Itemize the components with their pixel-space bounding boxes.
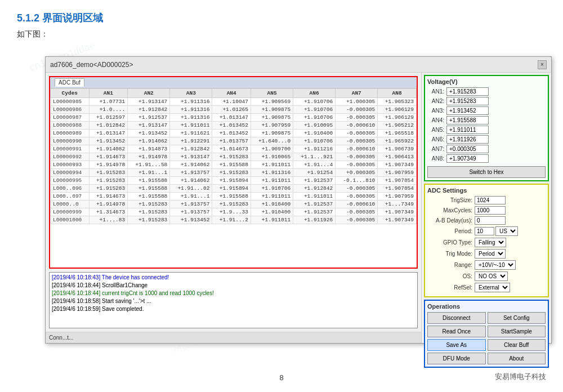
table-cell-r12-c5: +1.911011 <box>251 193 293 201</box>
table-cell-r8-c6: +1.91...4 <box>293 161 336 169</box>
table-cell-r10-c6: +1.912537 <box>293 177 336 185</box>
table-cell-r8-c2: +1.91...58 <box>128 161 170 169</box>
voltage-row-3: AN3: <box>427 106 546 115</box>
period-unit-select[interactable]: US <box>495 226 518 236</box>
setting-select-4[interactable]: Falling <box>475 238 506 247</box>
startsample-button[interactable]: StartSample <box>488 326 546 337</box>
setting-row-3: Period:US <box>427 226 546 236</box>
table-cell-r15-c0: L00001000 <box>51 216 90 224</box>
switch-hex-button[interactable]: Switch to Hex <box>427 166 546 178</box>
table-cell-r0-c6: +1.910706 <box>293 98 336 106</box>
set-config-button[interactable]: Set Config <box>488 312 546 324</box>
setting-label-3: Period: <box>427 228 472 234</box>
read-once-button[interactable]: Read Once <box>427 326 486 337</box>
setting-input-1[interactable] <box>475 206 506 215</box>
voltage-label-6: AN6: <box>427 136 444 142</box>
app-window: ad7606_demo<AD000025> × ADC Buf CydesAN1… <box>45 56 552 344</box>
setting-input-0[interactable] <box>475 196 506 204</box>
table-cell-r10-c5: +1.911011 <box>251 177 293 185</box>
table-cell-r14-c5: +1.910400 <box>251 208 293 216</box>
setting-select-7[interactable]: NO OS <box>475 271 508 281</box>
table-cell-r1-c3: +1.911316 <box>170 106 212 114</box>
table-cell-r13-c2: +1.915283 <box>128 201 170 208</box>
table-cell-r2-c8: +1.906129 <box>378 114 417 122</box>
voltage-input-6[interactable] <box>446 135 489 144</box>
setting-select-6[interactable]: +10V/~-10 <box>475 260 516 270</box>
disconnect-button[interactable]: Disconnect <box>427 312 486 324</box>
voltage-input-1[interactable] <box>446 87 489 96</box>
setting-label-7: OS: <box>427 273 472 279</box>
table-cell-r6-c8: +1.906739 <box>378 145 417 153</box>
data-table-container[interactable]: CydesAN1AN2AN3AN4AN5AN6AN7AN8 L00000985+… <box>50 88 417 265</box>
voltage-input-7[interactable] <box>446 145 489 153</box>
table-cell-r9-c8: +1.907959 <box>378 169 417 177</box>
log-section: [2019/4/6 10:18:43] The device has conne… <box>49 272 418 328</box>
voltage-input-4[interactable] <box>446 116 489 124</box>
setting-select-5[interactable]: Period <box>475 249 506 259</box>
table-cell-r3-c2: +1.913147 <box>128 122 170 130</box>
table-cell-r14-c0: L00000999 <box>51 208 90 216</box>
table-cell-r14-c2: +1.915283 <box>128 208 170 216</box>
setting-label-2: A-B Delay(us): <box>427 217 472 224</box>
setting-input-2[interactable] <box>475 216 506 225</box>
table-cell-r11-c8: +1.907854 <box>378 185 417 193</box>
about-button[interactable]: About <box>488 353 546 364</box>
table-cell-r12-c1: +1.914673 <box>89 193 128 201</box>
table-cell-r1-c6: +1.910706 <box>293 106 336 114</box>
setting-select-8[interactable]: External <box>475 283 510 292</box>
period-input[interactable] <box>475 227 494 235</box>
settings-rows: TrigSize:MaxCycles:A-B Delay(us):Period:… <box>427 196 546 292</box>
log-content[interactable]: [2019/4/6 10:18:43] The device has conne… <box>50 273 417 328</box>
adc-tab-item[interactable]: ADC Buf <box>55 78 84 87</box>
table-cell-r12-c4: +1.915588 <box>212 193 251 201</box>
voltage-label-7: AN7: <box>427 146 444 152</box>
voltage-input-3[interactable] <box>446 106 489 115</box>
table-cell-r7-c8: +1.906413 <box>378 153 417 161</box>
table-cell-r0-c8: +1.905323 <box>378 98 417 106</box>
voltage-input-2[interactable] <box>446 97 489 105</box>
voltage-row-1: AN1: <box>427 87 546 96</box>
table-row: L0000..0+1.914978+1.915283+1.913757+1.91… <box>51 201 417 208</box>
table-cell-r11-c7: -0.000305 <box>336 185 378 193</box>
table-cell-r5-c5: +1.640...0 <box>251 137 293 145</box>
table-col-an2: AN2 <box>128 89 170 98</box>
data-table: CydesAN1AN2AN3AN4AN5AN6AN7AN8 L00000985+… <box>50 88 417 224</box>
table-cell-r7-c0: L00000992 <box>51 153 90 161</box>
table-cell-r4-c4: +1.013452 <box>212 130 251 137</box>
setting-label-6: Range: <box>427 262 472 268</box>
table-cell-r5-c2: +1.914062 <box>128 137 170 145</box>
table-cell-r14-c6: +1.912537 <box>293 208 336 216</box>
table-cell-r7-c3: +1.913147 <box>170 153 212 161</box>
close-button[interactable]: × <box>538 60 547 69</box>
setting-label-1: MaxCycles: <box>427 207 472 213</box>
table-cell-r6-c1: +1.914082 <box>89 145 128 153</box>
table-cell-r6-c0: L00000991 <box>51 145 90 153</box>
table-cell-r3-c3: +1.911011 <box>170 122 212 130</box>
voltage-input-5[interactable] <box>446 126 489 134</box>
clear-buff-button[interactable]: Clear Buff <box>488 339 546 351</box>
setting-row-1: MaxCycles: <box>427 206 546 215</box>
table-cell-r12-c2: +1.915588 <box>128 193 170 201</box>
voltage-section: Voltage(V) AN1:AN2:AN3:AN4:AN5:AN6:AN7:A… <box>424 75 549 181</box>
table-cell-r11-c6: +1.912842 <box>293 185 336 193</box>
table-cell-r11-c3: +1.91...02 <box>170 185 212 193</box>
table-row: L00000991+1.914082+1.914873+1.912842+1.0… <box>51 145 417 153</box>
table-col-an1: AN1 <box>89 89 128 98</box>
table-row: L00000989+1.013147+1.913452+1.911621+1.0… <box>51 130 417 137</box>
save-as-button[interactable]: Save As <box>427 339 486 351</box>
table-cell-r6-c3: +1.912842 <box>170 145 212 153</box>
table-cell-r9-c0: L00000994 <box>51 169 90 177</box>
table-header-row: CydesAN1AN2AN3AN4AN5AN6AN7AN8 <box>51 89 417 98</box>
table-cell-r2-c4: +1.013147 <box>212 114 251 122</box>
table-col-an8: AN8 <box>378 89 417 98</box>
voltage-input-8[interactable] <box>446 154 489 163</box>
dfu-mode-button[interactable]: DFU Mode <box>427 353 486 364</box>
setting-label-8: RefSel: <box>427 284 472 291</box>
table-row: L00001000+1....83+1.915283+1.913452+1.91… <box>51 216 417 224</box>
table-body: L00000985+1.07731+1.913147+1.911316+1.10… <box>51 98 417 224</box>
table-cell-r13-c7: -0.000610 <box>336 201 378 208</box>
voltage-row-5: AN5: <box>427 126 546 134</box>
table-col-an6: AN6 <box>293 89 336 98</box>
adc-settings-section: ADC Settings TrigSize:MaxCycles:A-B Dela… <box>424 184 549 297</box>
table-cell-r0-c7: +1.000305 <box>336 98 378 106</box>
